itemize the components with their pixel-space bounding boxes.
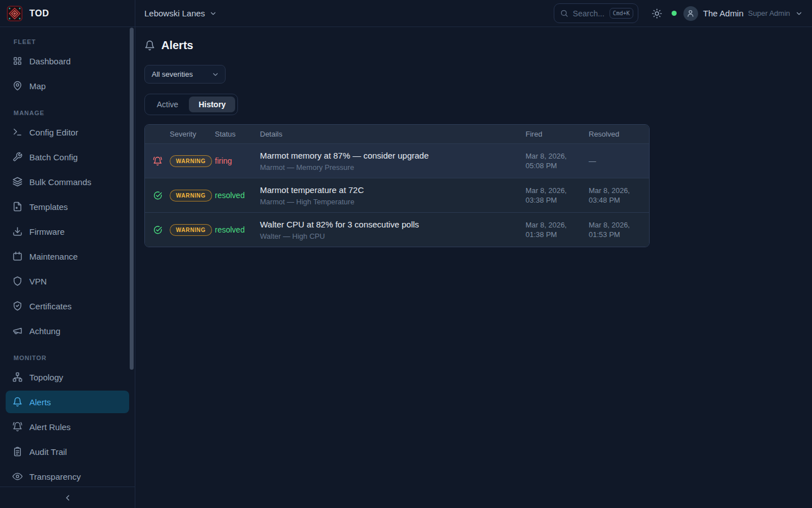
- sidebar-item-label: Certificates: [29, 301, 72, 311]
- fired-cell: Mar 8, 2026, 03:38 PM: [526, 186, 589, 205]
- sidebar-item-label: Config Editor: [29, 128, 78, 137]
- chevron-down-icon: [795, 10, 803, 17]
- sidebar-item-label: Achtung: [29, 326, 60, 336]
- search-box[interactable]: Cmd+K: [554, 3, 638, 23]
- sidebar-item-batch-config[interactable]: Batch Config: [6, 146, 129, 168]
- sidebar-item-label: Transparency: [29, 472, 81, 481]
- sidebar-collapse-button[interactable]: [0, 487, 135, 508]
- status-cell: firing: [215, 156, 260, 165]
- sidebar-item-templates[interactable]: Templates: [6, 195, 129, 218]
- sidebar-item-achtung[interactable]: Achtung: [6, 319, 129, 342]
- terminal-icon: [12, 127, 23, 137]
- bell-icon: [144, 40, 155, 51]
- column-header-resolved: Resolved: [589, 130, 648, 138]
- resolved-cell: —: [589, 156, 648, 166]
- topology-icon: [12, 372, 23, 382]
- column-header-severity: Severity: [170, 130, 215, 138]
- sidebar-item-label: Bulk Commands: [29, 177, 91, 187]
- sidebar-item-maintenance[interactable]: Maintenance: [6, 245, 129, 268]
- check-circle-icon: [145, 191, 170, 200]
- page-header: Alerts: [144, 39, 803, 52]
- alert-title: Marmot memory at 87% — consider upgrade: [260, 151, 521, 160]
- file-icon: [12, 202, 23, 212]
- topbar: Lebowski Lanes Cmd+K The Admin Super Adm…: [135, 0, 812, 27]
- alert-subtitle: Walter — High CPU: [260, 232, 521, 240]
- dashboard-icon: [12, 56, 23, 66]
- sidebar-item-alert-rules[interactable]: Alert Rules: [6, 415, 129, 438]
- search-input[interactable]: [573, 9, 605, 18]
- tenant-switcher[interactable]: Lebowski Lanes: [144, 8, 217, 18]
- severity-filter-select[interactable]: All severities: [144, 65, 226, 84]
- tab-active[interactable]: Active: [147, 97, 188, 112]
- shield-check-icon: [12, 301, 23, 311]
- sidebar-item-label: VPN: [29, 277, 47, 286]
- section-label-monitor: MONITOR: [14, 354, 129, 361]
- sidebar-item-vpn[interactable]: VPN: [6, 270, 129, 292]
- main-content: Alerts All severities Active History Sev…: [135, 27, 812, 508]
- alert-title: Walter CPU at 82% for 3 consecutive poll…: [260, 220, 521, 229]
- column-header-fired: Fired: [526, 130, 589, 138]
- download-icon: [12, 226, 23, 237]
- details-cell: Walter CPU at 82% for 3 consecutive poll…: [260, 214, 526, 246]
- sidebar-item-dashboard[interactable]: Dashboard: [6, 50, 129, 72]
- clipboard-icon: [12, 446, 23, 457]
- sidebar-item-label: Alerts: [29, 397, 51, 407]
- bell-ring-icon: [12, 422, 23, 432]
- details-cell: Marmot temperature at 72C Marmot — High …: [260, 179, 526, 212]
- sidebar-item-label: Audit Trail: [29, 447, 67, 457]
- sidebar-item-transparency[interactable]: Transparency: [6, 465, 129, 488]
- sidebar-item-label: Maintenance: [29, 252, 78, 261]
- eye-icon: [12, 471, 23, 481]
- sidebar-item-firmware[interactable]: Firmware: [6, 220, 129, 243]
- sidebar-item-label: Alert Rules: [29, 422, 70, 432]
- search-icon: [560, 9, 568, 17]
- section-label-manage: MANAGE: [14, 110, 129, 116]
- table-row[interactable]: WARNING resolved Marmot temperature at 7…: [145, 178, 649, 212]
- sidebar-item-label: Dashboard: [29, 56, 70, 66]
- resolved-cell: Mar 8, 2026, 03:48 PM: [589, 186, 648, 205]
- details-cell: Marmot memory at 87% — consider upgrade …: [260, 145, 526, 177]
- chevron-left-icon: [63, 493, 72, 502]
- sidebar-item-certificates[interactable]: Certificates: [6, 295, 129, 317]
- chevron-down-icon: [211, 71, 219, 78]
- section-label-fleet: FLEET: [14, 38, 129, 45]
- table-header: Severity Status Details Fired Resolved: [145, 125, 649, 143]
- sidebar-item-audit-trail[interactable]: Audit Trail: [6, 440, 129, 463]
- sidebar-item-config-editor[interactable]: Config Editor: [6, 121, 129, 143]
- alert-title: Marmot temperature at 72C: [260, 185, 521, 195]
- sidebar-item-alerts[interactable]: Alerts: [6, 391, 129, 413]
- bell-icon: [12, 397, 23, 407]
- sidebar-item-map[interactable]: Map: [6, 75, 129, 97]
- tenant-name: Lebowski Lanes: [144, 8, 205, 18]
- sidebar: TOD FLEET Dashboard Map MANAGE Config Ed…: [0, 0, 135, 508]
- user-role-badge: Super Admin: [748, 9, 790, 17]
- severity-cell: WARNING: [170, 190, 215, 202]
- layers-icon: [12, 177, 23, 187]
- sidebar-scrollbar-thumb[interactable]: [130, 28, 134, 370]
- user-menu[interactable]: The Admin Super Admin: [683, 6, 803, 21]
- sidebar-item-bulk-commands[interactable]: Bulk Commands: [6, 170, 129, 193]
- column-header-details: Details: [260, 130, 526, 138]
- table-row[interactable]: WARNING resolved Walter CPU at 82% for 3…: [145, 212, 649, 247]
- sidebar-item-label: Map: [29, 81, 46, 91]
- severity-badge: WARNING: [170, 190, 212, 202]
- chevron-down-icon: [209, 10, 217, 17]
- search-shortcut-badge: Cmd+K: [610, 8, 633, 19]
- sidebar-item-label: Topology: [29, 373, 63, 382]
- map-pin-icon: [12, 81, 23, 91]
- alert-subtitle: Marmot — High Temperature: [260, 198, 521, 206]
- sidebar-item-label: Templates: [29, 202, 68, 212]
- table-row[interactable]: WARNING firing Marmot memory at 87% — co…: [145, 143, 649, 178]
- tab-history[interactable]: History: [189, 97, 235, 112]
- bell-alert-icon: [145, 156, 170, 166]
- sidebar-nav: FLEET Dashboard Map MANAGE Config Editor…: [0, 27, 135, 488]
- wrench-icon: [12, 152, 23, 162]
- status-dot: [672, 11, 677, 16]
- severity-cell: WARNING: [170, 155, 215, 167]
- brand-name: TOD: [29, 8, 49, 19]
- shield-icon: [12, 276, 23, 286]
- sun-icon[interactable]: [652, 8, 662, 19]
- resolved-cell: Mar 8, 2026, 01:53 PM: [589, 220, 648, 239]
- severity-badge: WARNING: [170, 155, 212, 167]
- sidebar-item-topology[interactable]: Topology: [6, 366, 129, 388]
